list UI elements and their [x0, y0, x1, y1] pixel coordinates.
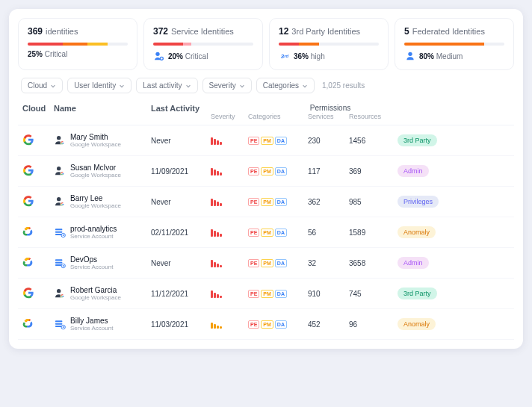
table-row[interactable]: Barry LeeGoogle Workspace Never PEPMDA 3…: [18, 187, 514, 217]
stat-card-3[interactable]: 5 Federated Identities 80% Medium: [395, 18, 514, 70]
cat-pm: PM: [261, 137, 273, 145]
user-type-icon: [54, 165, 66, 177]
categories-cell: PEPMDA: [248, 229, 308, 237]
filter-last-activity[interactable]: Last activity: [136, 78, 197, 93]
stat-title: 369 identities: [28, 26, 128, 37]
filter-label: Cloud: [28, 81, 47, 90]
svg-point-7: [57, 197, 61, 201]
cat-da: DA: [275, 290, 287, 298]
name-cell: Susan McIvorGoogle Workspace: [54, 164, 151, 178]
svg-point-5: [57, 167, 61, 170]
cat-da: DA: [275, 137, 287, 145]
stat-title: 372 Service Identities: [153, 26, 253, 37]
filter-severity[interactable]: Severity: [202, 78, 252, 93]
col-resources: Resources: [349, 113, 398, 120]
stat-bar: [153, 43, 253, 46]
col-categories: Categories: [248, 113, 308, 120]
badge-cell: Admin: [398, 257, 457, 269]
resources-count: 96: [349, 320, 398, 329]
resources-count: 745: [349, 290, 398, 298]
table-row[interactable]: Susan McIvorGoogle Workspace 11/09/2021 …: [18, 156, 514, 187]
services-count: 56: [308, 229, 349, 237]
table-row[interactable]: Mary SmithGoogle Workspace Never PEPMDA …: [18, 125, 514, 156]
row-badge: Anomaly: [398, 318, 436, 330]
cat-pe: PE: [248, 259, 259, 267]
svg-point-13: [63, 234, 64, 236]
svg-point-19: [57, 289, 61, 293]
col-name: Name: [54, 104, 151, 113]
cloud-cell: [22, 256, 54, 270]
cat-pm: PM: [261, 290, 273, 298]
categories-cell: PEPMDA: [248, 137, 308, 145]
severity-bars: [211, 258, 248, 267]
row-sub: Service Account: [70, 264, 113, 270]
results-count: 1,025 results: [322, 81, 365, 90]
services-count: 32: [308, 259, 349, 267]
table-row[interactable]: Billy JamesService Account 11/03/2021 PE…: [18, 309, 514, 340]
chevron-down-icon: [239, 83, 245, 89]
cat-pe: PE: [248, 198, 259, 206]
svg-rect-22: [55, 323, 62, 325]
chevron-down-icon: [119, 83, 125, 89]
svg-rect-21: [55, 320, 62, 322]
service-type-icon: [54, 318, 66, 330]
cloud-cell: [22, 195, 54, 208]
filter-categories[interactable]: Categories: [256, 78, 315, 93]
svg-point-3: [57, 136, 61, 140]
google-icon: [22, 287, 34, 299]
categories-cell: PEPMDA: [248, 320, 308, 329]
last-activity: Never: [151, 137, 211, 145]
filter-label: Last activity: [143, 81, 182, 90]
name-cell: Barry LeeGoogle Workspace: [54, 194, 151, 209]
row-badge: Anomaly: [398, 226, 436, 238]
stat-card-1[interactable]: 372 Service Identities 20% Critical: [143, 18, 263, 70]
user-type-icon: [54, 196, 66, 208]
last-activity: 02/11/2021: [151, 229, 211, 237]
col-severity: Severity: [211, 113, 248, 120]
resources-count: 369: [349, 167, 398, 175]
stat-title: 5 Federated Identities: [404, 26, 504, 37]
cat-da: DA: [275, 167, 287, 175]
cat-pe: PE: [248, 137, 259, 145]
last-activity: 11/12/2021: [151, 290, 211, 298]
stat-bar: [279, 43, 379, 46]
stat-card-2[interactable]: 12 3rd Party Identities 3rd36% high: [269, 18, 389, 70]
service-type-icon: [54, 226, 66, 238]
stat-card-0[interactable]: 369 identities 25% Critical: [18, 18, 137, 70]
stat-sub: 80% Medium: [404, 50, 504, 62]
severity-bars: [211, 136, 248, 145]
row-sub: Google Workspace: [70, 294, 121, 301]
svg-point-25: [63, 326, 64, 328]
user-icon: [404, 50, 416, 62]
table-row[interactable]: DevOpsService Account Never PEPMDA 32 36…: [18, 248, 514, 279]
gcp-icon: [22, 317, 34, 329]
services-count: 910: [308, 290, 349, 298]
badge-cell: 3rd Party: [398, 134, 457, 146]
col-last: Last Activity: [151, 104, 211, 113]
table-row[interactable]: Robert GarciaGoogle Workspace 11/12/2021…: [18, 279, 514, 309]
cat-da: DA: [275, 320, 287, 329]
services-count: 362: [308, 198, 349, 206]
table-row[interactable]: prod-analyticsService Account 02/11/2021…: [18, 217, 514, 248]
svg-point-18: [63, 265, 64, 267]
row-badge: 3rd Party: [398, 288, 437, 299]
row-name: DevOps: [70, 255, 113, 264]
services-count: 117: [308, 167, 349, 175]
categories-cell: PEPMDA: [248, 198, 308, 206]
stat-sub: 20% Critical: [153, 50, 253, 62]
service-type-icon: [54, 257, 66, 269]
chevron-down-icon: [50, 83, 56, 89]
filter-cloud[interactable]: Cloud: [21, 78, 63, 93]
table-header-top: Cloud Name Last Activity Permissions: [18, 99, 514, 113]
filter-user-identity[interactable]: User Identity: [67, 78, 132, 93]
row-badge: Privileges: [398, 196, 439, 208]
cloud-cell: [22, 317, 54, 331]
cat-da: DA: [275, 198, 287, 206]
stat-title: 12 3rd Party Identities: [279, 26, 379, 37]
cloud-cell: [22, 287, 54, 300]
row-name: Mary Smith: [70, 133, 121, 141]
services-count: 452: [308, 320, 349, 329]
row-sub: Service Account: [70, 233, 117, 240]
row-sub: Google Workspace: [70, 141, 121, 148]
svg-rect-15: [55, 262, 62, 264]
